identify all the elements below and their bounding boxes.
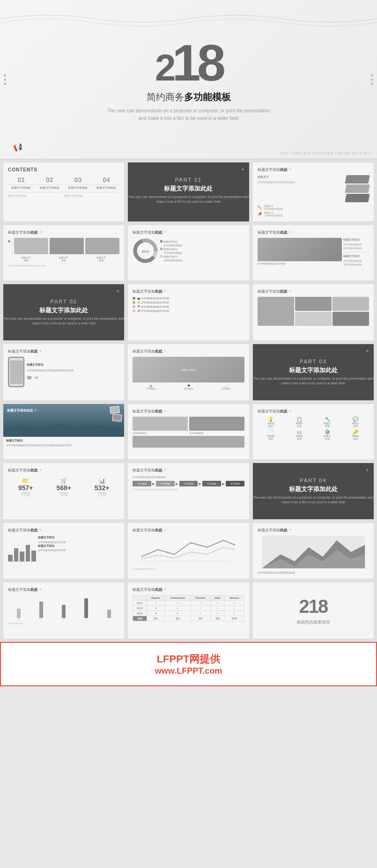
- slide-phone: 标题文字添加此处+ 标题文字标注 文字内容添加此处文字内容添加此处文字内容 ☎✉: [3, 344, 125, 401]
- slide17-title: 标题文字添加此处+: [133, 468, 244, 473]
- mountain-svg: [258, 536, 369, 568]
- slide-interior: 标题文字添加此处+ 文字内容添加 文字内容添加: [127, 404, 249, 460]
- slide-part04: PART 04 标题文字添加此处 The user can demonstrat…: [252, 463, 374, 520]
- part01-label: PART 01: [175, 177, 202, 183]
- part03-title: 标题文字添加此处: [289, 366, 338, 375]
- thanks-text: 感谢您的观看指导: [296, 619, 330, 625]
- contents-item-1: 01 标题文字添加处: [8, 176, 35, 190]
- slide-barchart2: 标题文字添加此处+ A B C D: [3, 582, 125, 639]
- slide-linechart: 标题文字添加此处+ 0 → 文字内容添加此处文字内容: [127, 522, 249, 579]
- contents-item-2: 02 标题文字添加处: [37, 176, 63, 190]
- slides-grid: CONTENTS 01 标题文字添加处 02 标题文字添加处 03 标题文字添加…: [0, 159, 377, 642]
- part02-label: PART 02: [50, 299, 77, 304]
- slide-building: 标题文字添加此处+ 文字内容添加此处文字内容 标题文字标注 文字内容添加此处文字…: [252, 225, 374, 281]
- price-table: Regular Professional Premium Sales Advan…: [133, 595, 244, 621]
- slide15-title: 标题文字添加此处+: [258, 409, 369, 414]
- slide-title-images: 标题文字添加此处+ 标题文字 文字内容添加此处文字内容添加此处 ✏️标题文字文字…: [252, 162, 374, 222]
- slide-contents: CONTENTS 01 标题文字添加处 02 标题文字添加处 03 标题文字添加…: [3, 162, 125, 222]
- slide8-title: 标题文字添加此处+: [133, 289, 244, 294]
- slide14-title: 标题文字添加此处+: [133, 409, 244, 414]
- thanks-year: 218: [299, 596, 327, 617]
- part03-label: PART 03: [300, 359, 326, 364]
- slide-timeline: 标题文字添加此处+ 📷 文字内容添加此处文字内容 🗂️ 文字内容添加此处文字内容…: [127, 284, 249, 341]
- svg-text:60%: 60%: [142, 250, 149, 254]
- contents-title: CONTENTS: [8, 167, 119, 172]
- cover-dots-left: [4, 74, 6, 85]
- part03-subtitle: The user can demonstrate on a projector …: [253, 376, 374, 386]
- slide11-title: 标题文字添加此处+: [133, 349, 244, 354]
- slide6-title: 标题文字添加此处+: [258, 230, 369, 235]
- slide20-title: 标题文字添加此处+: [133, 528, 244, 533]
- slide3-title: 标题文字添加此处+: [258, 167, 369, 172]
- slide-laptop: 标题文字添加此处+ 标题文字添加 🏛️文字标注 🖥️文字标注 ☁️文字标注: [127, 344, 249, 401]
- slide-pricetable: 标题文字添加此处+ Regular Professional Premium S…: [127, 582, 249, 639]
- slide-stats: 标题文字添加此处+ 📁 957+ 文字标注 文字内容 🛒 568+ 文字标注 文…: [3, 463, 125, 520]
- slide-feature-grid: 标题文字添加此处+ 💡有标题添加 📋有标题添加 🔧标题点添加 💬标题点添加 📄有…: [252, 404, 374, 460]
- part04-title: 标题文字添加此处: [289, 485, 338, 493]
- part02-title: 标题文字添加此处: [39, 306, 88, 315]
- slide-part01: PART 01 标题文字添加此处 The user can demonstrat…: [127, 162, 249, 222]
- cover-title-cn: 简约商务多功能模板: [147, 91, 231, 103]
- slide-landscape: 标题文字添加此处+ 标题文字标注 文字内容添加此处文字内容添加此处文字内容添加此…: [3, 404, 125, 460]
- slide4-title: 标题文字添加此处+: [8, 230, 119, 235]
- cover-desc: The user can demonstrate on a projector …: [107, 107, 270, 122]
- slide-3images: 标题文字添加此处+ 文字内容 标题文字添加 标题文字添加 标题文字添加 文字内容…: [3, 225, 125, 281]
- part02-subtitle: The user can demonstrate on a projector …: [3, 316, 124, 326]
- slide22-title: 标题文字添加此处+: [8, 587, 119, 592]
- speaker-icon: 📢: [13, 143, 22, 152]
- slide-part02: PART 02 标题文字添加此处 The user can demonstrat…: [3, 284, 125, 341]
- slide-process: 标题文字添加此处+ 文字内容添加此处文字内容添加 文字标题 ▶ 文字标题 ▶ 文…: [127, 463, 249, 520]
- slide-mountain: 标题文字添加此处+ 文字内容添加此处文字内容添加此处: [252, 522, 374, 579]
- slide-photo-collage: 标题文字添加此处+: [252, 284, 374, 341]
- contents-items: 01 标题文字添加处 02 标题文字添加处 03 标题文字添加处 04 标题文字…: [8, 176, 119, 190]
- cover-slide: 218 简约商务多功能模板 The user can demonstrate o…: [0, 0, 377, 159]
- cover-footer: THIS TEMPLATE DESIGNED FOR FEI ER SHE JI: [280, 152, 372, 155]
- slide-circle: 标题文字添加此处+ 60% 标题文字标注 文字内容添加此处 标题文字标注 文字内…: [127, 225, 249, 281]
- slide-thanks: 218 感谢您的观看指导: [252, 582, 374, 639]
- svg-text:0: 0: [139, 562, 140, 564]
- slide23-title: 标题文字添加此处+: [133, 587, 244, 592]
- logo-line2: www.LFPPT.com: [10, 666, 367, 676]
- logo-line1: LFPPT网提供: [10, 652, 367, 666]
- line-chart-svg: 0 →: [133, 536, 244, 566]
- part04-subtitle: The user can demonstrate on a projector …: [253, 495, 374, 505]
- slide-barchart: 标题文字添加此处+ 标题文字标注 文字内容添加此处文字内容 标题文字标注: [3, 522, 125, 579]
- slide9-title: 标题文字添加此处+: [258, 289, 369, 294]
- contents-item-3: 03 标题文字添加处: [65, 176, 91, 190]
- contents-item-4: 04 标题文字添加处: [93, 176, 120, 190]
- slide-part03: PART 03 标题文字添加此处 The user can demonstrat…: [252, 344, 374, 401]
- cover-year: 218: [155, 37, 222, 88]
- part01-title: 标题文字添加此处: [164, 184, 213, 193]
- slide10-title: 标题文字添加此处+: [8, 349, 119, 354]
- slide16-title: 标题文字添加此处+: [8, 468, 119, 473]
- part04-label: PART 04: [300, 478, 326, 483]
- svg-text:→: →: [228, 562, 230, 564]
- slide19-title: 标题文字添加此处+: [8, 528, 119, 533]
- slide5-title: 标题文字添加此处+: [133, 230, 244, 235]
- cover-dots-right: [371, 74, 373, 85]
- slide21-title: 标题文字添加此处+: [258, 528, 369, 533]
- logo-footer: LFPPT网提供 www.LFPPT.com: [0, 642, 377, 686]
- part01-subtitle: The user can demonstrate on a projector …: [128, 195, 249, 204]
